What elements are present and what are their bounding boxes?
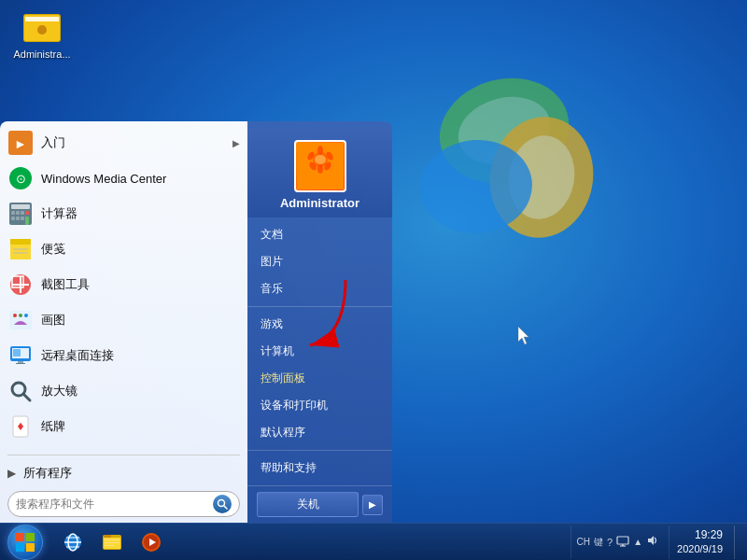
- svg-marker-79: [518, 327, 529, 344]
- svg-rect-18: [25, 211, 29, 215]
- menu-item-snipping-tool[interactable]: 截图工具: [0, 267, 247, 302]
- clock[interactable]: 19:29 2020/9/19: [669, 525, 730, 559]
- menu-item-default-programs[interactable]: 默认程序: [247, 419, 392, 446]
- desktop-icon-label: Administra...: [13, 49, 70, 60]
- svg-rect-14: [11, 204, 30, 209]
- remote-desktop-icon: [7, 343, 34, 369]
- menu-item-calculator[interactable]: 计算器: [0, 196, 247, 231]
- left-divider: [7, 455, 240, 455]
- paint-icon: [7, 307, 34, 333]
- remote-desktop-label: 远程桌面连接: [41, 347, 114, 364]
- search-input[interactable]: [16, 497, 207, 511]
- calculator-icon: [7, 201, 34, 227]
- menu-item-paint[interactable]: 画图: [0, 302, 247, 338]
- menu-item-pictures[interactable]: 图片: [247, 248, 392, 275]
- start-orb: [7, 525, 43, 560]
- shutdown-section: 关机 ▶: [247, 485, 392, 523]
- svg-rect-17: [21, 211, 24, 215]
- right-menu-items: 文档 图片 音乐 游戏 计算机 控制面板 设备和打印机 默认程序 帮助和支持: [247, 217, 392, 485]
- sys-tray: CH 键 ? ▲: [571, 525, 665, 559]
- svg-rect-37: [18, 361, 23, 363]
- windows-logo-desktop: [383, 56, 598, 274]
- tray-ch[interactable]: CH: [577, 537, 590, 547]
- svg-point-32: [13, 314, 17, 317]
- svg-rect-71: [105, 545, 114, 546]
- shutdown-button[interactable]: 关机: [257, 492, 359, 517]
- svg-rect-7: [25, 17, 59, 21]
- all-programs-item[interactable]: ▶ 所有程序: [0, 459, 247, 487]
- svg-rect-60: [26, 543, 35, 552]
- user-section: Administrator: [247, 129, 392, 217]
- tray-network[interactable]: [616, 534, 629, 550]
- user-name: Administrator: [280, 196, 359, 210]
- svg-rect-69: [105, 539, 120, 540]
- svg-rect-22: [25, 217, 29, 225]
- start-menu: ► 入门 ▶ ⊙ Windows Media Center: [0, 121, 392, 523]
- start-button[interactable]: [0, 524, 50, 561]
- menu-item-games[interactable]: 游戏: [247, 311, 392, 338]
- calculator-label: 计算器: [41, 205, 78, 222]
- tray-expand[interactable]: ▲: [633, 537, 642, 547]
- svg-rect-19: [11, 217, 15, 220]
- svg-rect-75: [617, 537, 628, 544]
- search-button[interactable]: [213, 495, 232, 513]
- search-bar: [7, 491, 240, 517]
- menu-item-getting-started[interactable]: ► 入门 ▶: [0, 125, 247, 161]
- tray-volume[interactable]: [646, 534, 659, 550]
- menu-item-sticky-notes[interactable]: 便笺: [0, 231, 247, 267]
- getting-started-arrow: ▶: [233, 138, 240, 148]
- menu-item-media-center[interactable]: ⊙ Windows Media Center: [0, 161, 247, 196]
- tray-help[interactable]: ?: [607, 537, 613, 548]
- svg-line-46: [224, 506, 227, 509]
- sticky-notes-label: 便笺: [41, 241, 65, 258]
- taskbar-app-explorer[interactable]: [93, 525, 131, 559]
- svg-rect-38: [16, 363, 25, 364]
- tray-keyboard[interactable]: 键: [594, 536, 603, 549]
- menu-item-music[interactable]: 音乐: [247, 275, 392, 302]
- paint-label: 画图: [41, 312, 65, 329]
- taskbar-right: CH 键 ? ▲: [571, 525, 747, 559]
- svg-rect-24: [10, 239, 31, 245]
- right-divider-2: [247, 450, 392, 451]
- menu-item-magnifier[interactable]: 放大镜: [0, 373, 247, 409]
- snipping-tool-label: 截图工具: [41, 276, 90, 293]
- svg-point-53: [317, 164, 323, 174]
- shutdown-arrow-button[interactable]: ▶: [362, 495, 383, 515]
- show-desktop-button[interactable]: [734, 525, 741, 559]
- svg-rect-57: [16, 533, 24, 541]
- getting-started-icon: ►: [7, 130, 34, 156]
- svg-rect-70: [105, 542, 120, 543]
- magnifier-label: 放大镜: [41, 383, 78, 399]
- desktop-icon-administrator[interactable]: Administra...: [9, 9, 75, 60]
- svg-rect-59: [16, 543, 24, 552]
- taskbar-apps: [50, 524, 174, 560]
- administrator-icon: [23, 9, 61, 47]
- menu-item-documents[interactable]: 文档: [247, 221, 392, 248]
- solitaire-icon: ♦: [7, 413, 34, 440]
- menu-item-devices[interactable]: 设备和打印机: [247, 392, 392, 419]
- clock-time: 19:29: [677, 528, 723, 543]
- menu-item-remote-desktop[interactable]: 远程桌面连接: [0, 338, 247, 373]
- svg-point-8: [37, 25, 47, 35]
- desktop: Administra... ► 入门 ▶: [0, 0, 747, 560]
- menu-item-help[interactable]: 帮助和支持: [247, 455, 392, 482]
- sticky-notes-icon: [7, 236, 34, 262]
- svg-rect-21: [21, 217, 24, 220]
- svg-point-49: [315, 155, 326, 164]
- svg-point-33: [19, 314, 22, 317]
- media-center-label: Windows Media Center: [41, 172, 166, 186]
- svg-point-34: [24, 314, 28, 317]
- taskbar-app-media-player[interactable]: [133, 525, 170, 559]
- media-center-icon: ⊙: [7, 165, 34, 191]
- magnifier-icon: [7, 378, 34, 404]
- menu-item-control-panel[interactable]: 控制面板: [247, 365, 392, 392]
- left-menu-items: ► 入门 ▶ ⊙ Windows Media Center: [0, 121, 247, 451]
- svg-rect-15: [11, 211, 15, 215]
- taskbar-app-ie[interactable]: [54, 525, 92, 559]
- start-menu-right-panel: Administrator 文档 图片 音乐 游戏 计算机 控制面板 设备和打印…: [247, 121, 392, 523]
- mouse-cursor: [518, 327, 533, 350]
- menu-item-computer[interactable]: 计算机: [247, 338, 392, 365]
- svg-marker-78: [648, 536, 654, 545]
- svg-text:⊙: ⊙: [16, 172, 26, 186]
- menu-item-solitaire[interactable]: ♦ 纸牌: [0, 409, 247, 444]
